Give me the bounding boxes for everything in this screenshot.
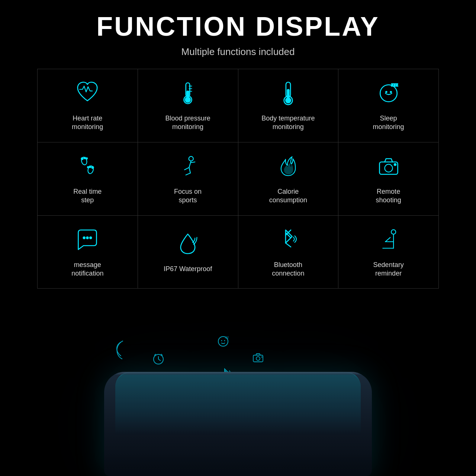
grid-cell-blood-pressure: Blood pressuremonitoring <box>138 69 238 142</box>
svg-line-25 <box>184 167 189 170</box>
svg-point-45 <box>218 337 228 346</box>
sleep-label: Sleepmonitoring <box>373 114 404 132</box>
svg-point-13 <box>390 91 392 93</box>
svg-point-32 <box>83 237 85 238</box>
svg-line-24 <box>189 161 191 168</box>
svg-point-16 <box>81 158 83 160</box>
waterproof-label: IP67 Waterproof <box>164 265 212 273</box>
blood-pressure-icon <box>175 80 201 109</box>
calorie-label: Calorieconsumption <box>269 187 307 205</box>
svg-line-28 <box>186 173 190 175</box>
svg-text:zz: zz <box>225 335 229 339</box>
camera-label: Remoteshooting <box>376 187 401 205</box>
svg-point-17 <box>84 157 86 159</box>
grid-cell-sedentary: Sedentaryreminder <box>338 216 439 289</box>
message-label: messagenotification <box>71 261 103 278</box>
svg-line-42 <box>154 354 156 356</box>
svg-point-37 <box>391 229 396 234</box>
svg-point-23 <box>189 156 193 161</box>
sedentary-label: Sedentaryreminder <box>373 261 404 278</box>
sports-icon <box>175 153 201 182</box>
watch-section: zz <box>0 320 476 476</box>
sedentary-icon <box>376 226 402 255</box>
grid-cell-step: Real timestep <box>38 142 138 216</box>
main-title: FUNCTION DISPLAY <box>0 11 476 42</box>
header: FUNCTION DISPLAY Multiple functions incl… <box>0 0 476 58</box>
svg-point-31 <box>394 164 396 165</box>
body-temp-icon <box>275 80 301 109</box>
svg-line-26 <box>189 167 191 173</box>
svg-point-50 <box>256 357 260 360</box>
grid-cell-sports: Focus onsports <box>138 142 238 216</box>
body-temp-label: Body temperaturemonitoring <box>261 114 315 132</box>
grid-cell-camera: Remoteshooting <box>338 142 439 216</box>
camera-icon <box>376 153 402 182</box>
grid-cell-calorie: Calorieconsumption <box>238 142 339 216</box>
sports-label: Focus onsports <box>174 187 202 205</box>
step-label: Real timestep <box>73 187 102 205</box>
svg-point-33 <box>87 237 89 238</box>
svg-point-51 <box>261 357 263 358</box>
svg-point-30 <box>385 164 392 172</box>
grid-cell-sleep: zzz Sleepmonitoring <box>338 69 439 142</box>
sleep-icon: zzz <box>376 80 402 109</box>
svg-point-22 <box>87 167 89 168</box>
step-icon <box>74 153 100 182</box>
svg-point-18 <box>86 158 88 159</box>
subtitle: Multiple functions included <box>0 46 476 58</box>
calorie-icon <box>275 153 301 182</box>
grid-cell-waterproof: IP67 Waterproof <box>138 216 238 289</box>
svg-point-10 <box>286 98 291 103</box>
svg-rect-9 <box>287 89 289 99</box>
svg-point-21 <box>89 166 91 167</box>
message-icon <box>74 226 100 255</box>
svg-line-43 <box>161 354 163 356</box>
bluetooth-icon <box>275 226 301 255</box>
svg-point-46 <box>221 340 222 341</box>
grid-cell-body-temp: Body temperaturemonitoring <box>238 69 339 142</box>
svg-point-20 <box>92 167 94 168</box>
bluetooth-label: Bluetoothconnection <box>272 261 304 278</box>
functions-grid: Heart ratemonitoring Blood pressuremonit… <box>37 69 439 289</box>
waterproof-icon <box>175 230 201 260</box>
svg-point-12 <box>386 91 387 93</box>
heart-rate-icon <box>74 80 100 109</box>
svg-point-11 <box>380 85 397 102</box>
svg-point-6 <box>185 97 190 102</box>
svg-text:zzz: zzz <box>391 82 398 87</box>
grid-cell-bluetooth: Bluetoothconnection <box>238 216 339 289</box>
svg-line-35 <box>286 243 291 247</box>
page-container: FUNCTION DISPLAY Multiple functions incl… <box>0 0 476 476</box>
grid-cell-message: messagenotification <box>38 216 138 289</box>
heart-rate-label: Heart ratemonitoring <box>72 114 103 132</box>
svg-line-27 <box>191 162 195 163</box>
blood-pressure-label: Blood pressuremonitoring <box>165 114 210 132</box>
grid-cell-heart-rate: Heart ratemonitoring <box>38 69 138 142</box>
watch-body <box>104 361 372 476</box>
svg-point-47 <box>224 340 225 341</box>
svg-point-34 <box>90 237 92 238</box>
